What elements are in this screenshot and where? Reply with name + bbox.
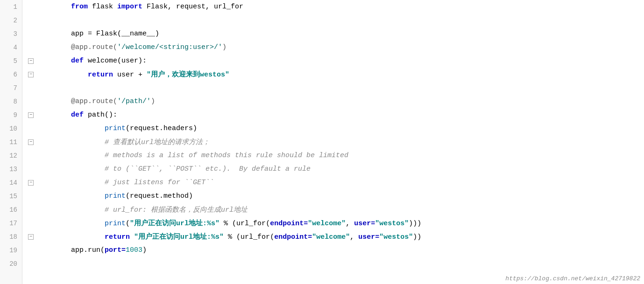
fold-gutter-9: −: [26, 112, 35, 118]
code-editor: 1 2 3 4 5 6 7 8 9 10 11 12 13 14 15 16 1…: [0, 0, 644, 284]
fold-icon-11[interactable]: −: [28, 139, 34, 145]
line-num-16: 16: [0, 203, 22, 216]
fold-icon-6[interactable]: −: [28, 72, 34, 77]
line-num-1: 1: [0, 0, 22, 14]
code-line-1: from flask import Flask, request, url_fo…: [26, 0, 644, 14]
kw-import: import: [117, 3, 142, 11]
line-number-gutter: 1 2 3 4 5 6 7 8 9 10 11 12 13 14 15 16 1…: [0, 0, 22, 284]
fold-gutter-14: −: [26, 180, 35, 186]
line-num-15: 15: [0, 189, 22, 203]
fold-icon-9[interactable]: −: [28, 112, 34, 118]
code-line-19: app.run(port=1003): [26, 243, 644, 257]
code-text-area[interactable]: from flask import Flask, request, url_fo…: [22, 0, 644, 284]
line-num-8: 8: [0, 95, 22, 108]
line-num-3: 3: [0, 27, 22, 41]
fold-icon-18[interactable]: −: [28, 234, 34, 240]
line-num-19: 19: [0, 243, 22, 257]
line-num-14: 14: [0, 176, 22, 189]
line-num-17: 17: [0, 216, 22, 230]
line-num-4: 4: [0, 41, 22, 54]
line-num-2: 2: [0, 14, 22, 27]
line-num-11: 11: [0, 135, 22, 149]
line-num-9: 9: [0, 108, 22, 122]
line-num-20: 20: [0, 257, 22, 270]
line20-content: [35, 260, 644, 268]
fold-icon-14[interactable]: −: [28, 180, 34, 186]
line-num-12: 12: [0, 149, 22, 162]
code-line-6: − return user + "用户，欢迎来到westos": [26, 68, 644, 81]
line-num-13: 13: [0, 162, 22, 176]
line-num-7: 7: [0, 81, 22, 95]
line-num-6: 6: [0, 68, 22, 81]
fold-gutter-18: −: [26, 234, 35, 240]
code-line-20: [26, 257, 644, 270]
line-num-5: 5: [0, 54, 22, 68]
fold-gutter-6: −: [26, 72, 35, 77]
line-num-10: 10: [0, 122, 22, 135]
kw-from: from: [71, 3, 88, 11]
fold-icon-5[interactable]: −: [28, 58, 34, 64]
line-num-18: 18: [0, 230, 22, 243]
fold-gutter-5: −: [26, 58, 35, 64]
watermark: https://blog.csdn.net/weixin_42719822: [505, 275, 640, 282]
fold-gutter-11: −: [26, 139, 35, 145]
